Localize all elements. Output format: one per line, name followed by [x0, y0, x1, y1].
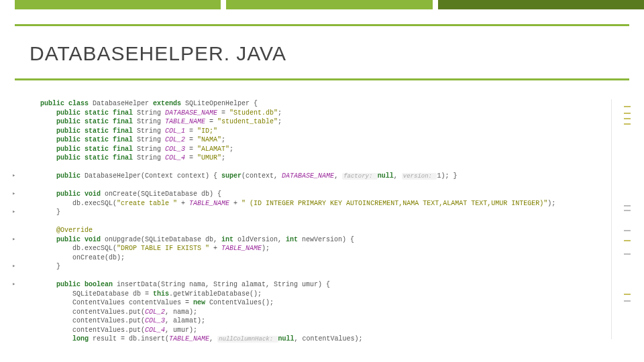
- code-line: db.execSQL("create table " + TABLE_NAME …: [40, 199, 604, 208]
- top-stripe: [0, 0, 644, 9]
- code-line: [40, 272, 604, 281]
- code-line: public static final String TABLE_NAME = …: [40, 117, 604, 127]
- code-line: public static final String COL_3 = "ALAM…: [40, 145, 604, 154]
- code-line: db.execSQL("DROP TABLE IF EXISTS " + TAB…: [40, 244, 604, 253]
- code-line: public DatabaseHelper(Context context) {…: [40, 172, 604, 181]
- code-line: public static final String COL_4 = "UMUR…: [40, 154, 604, 163]
- code-line: @Override: [40, 226, 604, 235]
- code-line: public class DatabaseHelper extends SQLi…: [40, 99, 604, 109]
- minimap: [613, 99, 632, 350]
- code-line: public static final String COL_1 = "ID;": [40, 127, 604, 136]
- code-area: ▸▸▸▸▸▸ public class DatabaseHelper exten…: [40, 99, 604, 350]
- code-line: }: [40, 262, 604, 272]
- code-line: SQLiteDatabase db = this.getWritableData…: [40, 290, 604, 299]
- code-line: contentValues.put(COL_3, alamat);: [40, 316, 604, 326]
- code-line: contentValues.put(COL_2, nama);: [40, 308, 604, 317]
- code-body: public class DatabaseHelper extends SQLi…: [40, 99, 604, 344]
- code-line: [40, 181, 604, 190]
- code-line: long result = db.insert(TABLE_NAME, null…: [40, 335, 604, 344]
- code-line: [40, 163, 604, 172]
- slide-title: DATABASEHELPER. JAVA: [30, 42, 614, 65]
- title-container: DATABASEHELPER. JAVA: [15, 24, 629, 80]
- code-line: ContentValues contentValues = new Conten…: [40, 298, 604, 308]
- code-line: [40, 217, 604, 227]
- code-line: public void onCreate(SQLiteDatabase db) …: [40, 190, 604, 199]
- code-line: public static final String DATABASE_NAME…: [40, 109, 604, 118]
- code-line: contentValues.put(COL_4, umur);: [40, 326, 604, 335]
- code-line: public void onUpgrade(SQLiteDatabase db,…: [40, 235, 604, 245]
- editor-separator: [611, 99, 612, 339]
- code-line: public static final String COL_2 = "NAMA…: [40, 135, 604, 145]
- code-line: public boolean insertData(String nama, S…: [40, 280, 604, 290]
- code-line: }: [40, 208, 604, 217]
- code-line: onCreate(db);: [40, 253, 604, 263]
